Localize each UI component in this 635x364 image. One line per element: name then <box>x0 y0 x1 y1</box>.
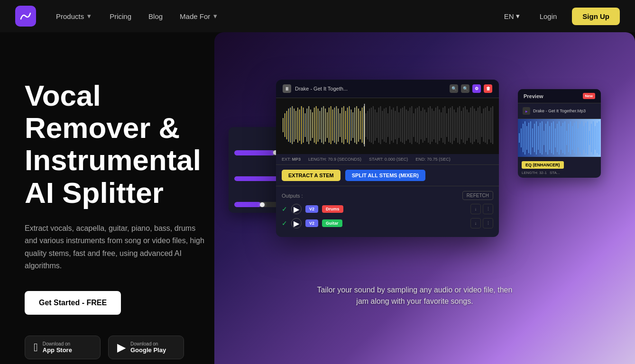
svg-rect-39 <box>352 112 353 138</box>
logo[interactable] <box>15 6 36 27</box>
svg-rect-28 <box>332 109 333 141</box>
svg-rect-21 <box>320 111 321 139</box>
play-btn-guitar[interactable]: ▶ <box>291 218 302 228</box>
svg-rect-55 <box>382 111 383 139</box>
svg-rect-23 <box>323 106 324 144</box>
svg-rect-60 <box>391 109 392 141</box>
svg-rect-125 <box>532 128 533 147</box>
svg-rect-137 <box>555 128 556 147</box>
svg-rect-141 <box>562 123 563 153</box>
app-store-sub: Download on <box>43 341 72 346</box>
svg-rect-2 <box>285 113 285 137</box>
svg-rect-148 <box>576 121 577 155</box>
svg-rect-81 <box>430 106 431 144</box>
svg-rect-109 <box>481 113 482 137</box>
svg-rect-11 <box>301 106 302 144</box>
nav-item-blog[interactable]: Blog <box>142 9 169 24</box>
svg-rect-57 <box>386 108 387 143</box>
zoom-in-btn[interactable]: 🔍 <box>450 84 458 93</box>
svg-rect-133 <box>547 121 548 155</box>
svg-rect-73 <box>415 109 416 142</box>
svg-rect-30 <box>336 106 337 144</box>
svg-rect-150 <box>580 124 580 152</box>
nav-blog-label: Blog <box>148 12 163 20</box>
svg-rect-24 <box>325 109 326 142</box>
nav-right: EN ▾ Login Sign Up <box>499 8 620 25</box>
svg-rect-79 <box>426 112 427 138</box>
svg-rect-107 <box>478 108 479 143</box>
svg-rect-47 <box>367 111 368 139</box>
output-row-v2: ✓ ▶ V2 Drums ↓ ⋮ <box>282 204 493 214</box>
nav-item-pricing[interactable]: Pricing <box>103 9 138 24</box>
outputs-section: Outputs : REFETCH ✓ ▶ V2 Drums ↓ ⋮ <box>276 186 499 237</box>
svg-rect-136 <box>553 121 554 155</box>
file-start: START: 0.000 (SEC) <box>369 157 408 162</box>
svg-rect-20 <box>318 109 319 142</box>
svg-rect-160 <box>598 121 599 155</box>
svg-rect-19 <box>316 106 317 144</box>
svg-rect-52 <box>377 112 377 138</box>
svg-rect-80 <box>428 108 429 143</box>
svg-rect-94 <box>454 109 455 141</box>
svg-rect-59 <box>389 106 390 144</box>
svg-rect-34 <box>343 106 344 144</box>
delete-btn[interactable]: 🗑 <box>484 84 492 93</box>
check-icon-guitar: ✓ <box>282 219 287 227</box>
svg-rect-96 <box>457 108 458 143</box>
lang-selector[interactable]: EN ▾ <box>499 8 525 24</box>
download-btn-guitar[interactable]: ↓ <box>470 218 481 228</box>
svg-rect-1 <box>283 118 284 132</box>
settings-btn[interactable]: ⚙ <box>472 84 481 93</box>
stem-label-drums: Drums <box>322 205 343 213</box>
pause-btn[interactable]: ⏸ <box>283 84 291 93</box>
eq-enhancer-button[interactable]: EQ (ENHANCER) <box>522 161 564 169</box>
panel-right-preview: Preview New ▶ Drake - Get It Together.Mp… <box>518 89 601 178</box>
svg-rect-121 <box>525 121 525 155</box>
svg-rect-100 <box>465 106 466 144</box>
preview-info: LENGTH: 32-1 STA... <box>522 171 597 175</box>
split-all-stems-button[interactable]: SPLIT ALL STEMS (MIXER) <box>345 170 425 181</box>
more-btn-v2[interactable]: ⋮ <box>483 204 493 214</box>
stem-label-guitar: Guitar <box>322 219 342 227</box>
svg-rect-112 <box>487 106 488 144</box>
svg-rect-102 <box>469 112 469 138</box>
svg-rect-27 <box>331 106 331 144</box>
google-play-button[interactable]: ▶ Download on Google Play <box>108 336 184 359</box>
panel-main-editor: ⏸ Drake - Get It Togeth... 🔍 🔍 ⚙ 🗑 <box>276 80 499 237</box>
svg-rect-159 <box>597 123 598 153</box>
extract-stem-button[interactable]: EXTRACT A STEM <box>282 170 341 181</box>
svg-rect-22 <box>321 108 322 143</box>
signup-button[interactable]: Sign Up <box>572 8 620 25</box>
play-btn-v2[interactable]: ▶ <box>291 204 302 214</box>
svg-rect-68 <box>406 109 407 141</box>
svg-rect-56 <box>384 109 385 142</box>
svg-rect-29 <box>334 108 335 143</box>
svg-rect-32 <box>340 113 341 137</box>
zoom-out-btn[interactable]: 🔍 <box>461 84 469 93</box>
svg-rect-91 <box>448 109 449 142</box>
svg-rect-98 <box>461 111 462 139</box>
get-started-button[interactable]: Get Started - FREE <box>25 291 121 315</box>
caption-text: Tailor your sound by sampling any audio … <box>315 284 515 307</box>
app-store-button[interactable]:  Download on App Store <box>25 336 101 359</box>
svg-rect-92 <box>450 108 451 143</box>
preview-file-icon: ▶ <box>523 107 530 115</box>
google-play-main: Google Play <box>130 346 166 354</box>
svg-rect-6 <box>292 106 293 144</box>
svg-rect-103 <box>470 108 471 143</box>
svg-rect-84 <box>435 108 436 143</box>
nav-item-products[interactable]: Products ▾ <box>49 9 99 24</box>
svg-rect-3 <box>286 111 287 139</box>
svg-rect-53 <box>378 108 379 143</box>
nav-item-madefor[interactable]: Made For ▾ <box>173 9 225 24</box>
preview-eq-area: EQ (ENHANCER) LENGTH: 32-1 STA... <box>518 157 601 178</box>
download-btn-v2[interactable]: ↓ <box>470 204 481 214</box>
preview-label: Preview <box>524 93 543 99</box>
svg-rect-58 <box>387 113 388 137</box>
login-button[interactable]: Login <box>532 9 565 24</box>
svg-rect-157 <box>593 121 594 155</box>
svg-rect-138 <box>557 124 558 152</box>
more-btn-guitar[interactable]: ⋮ <box>483 218 493 228</box>
svg-rect-90 <box>446 113 447 137</box>
refetch-button[interactable]: REFETCH <box>462 191 493 200</box>
